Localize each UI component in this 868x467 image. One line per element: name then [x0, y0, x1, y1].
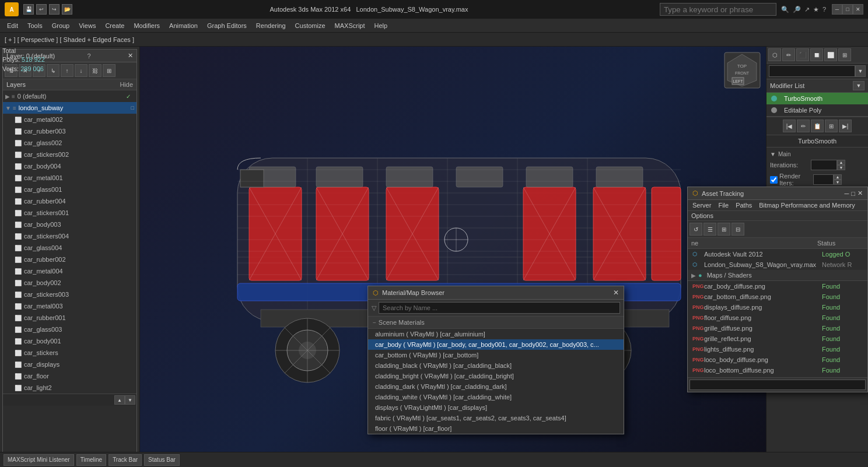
- modifier-list-dropdown[interactable]: ▼: [853, 81, 864, 90]
- mod-btn-6[interactable]: ⊞: [838, 48, 851, 61]
- asset-menu-server[interactable]: Server: [690, 201, 713, 209]
- mod-nav-3[interactable]: 📋: [811, 120, 824, 132]
- mat-item[interactable]: fabric ( VRayMtl ) [car_seats1, car_seat…: [368, 413, 624, 423]
- asset-menu-options[interactable]: Options: [691, 212, 713, 219]
- mod-btn-1[interactable]: ⬡: [768, 48, 781, 61]
- mod-nav-2[interactable]: ✏: [797, 120, 810, 132]
- asset-item[interactable]: PNGlights_diffuse.pngFound: [688, 344, 867, 354]
- layer-item[interactable]: ⬜car_rubber002: [3, 254, 136, 265]
- asset-path-input[interactable]: [690, 380, 866, 390]
- asset-item[interactable]: PNGfloor_diffuse.pngFound: [688, 312, 867, 323]
- menu-tools[interactable]: Tools: [23, 21, 47, 30]
- render-iters-input[interactable]: 2: [813, 174, 834, 185]
- asset-item[interactable]: PNGloco_bottom_diffuse.pngFound: [688, 365, 867, 375]
- layers-scroll-down[interactable]: ▼: [125, 395, 135, 405]
- menu-group[interactable]: Group: [47, 21, 75, 30]
- quick-access-toolbar[interactable]: 💾 ↩ ↪ 📂: [23, 4, 72, 15]
- asset-toolbar-3[interactable]: ⊞: [718, 223, 730, 236]
- menu-modifiers[interactable]: Modifiers: [129, 21, 164, 30]
- layer-toolbar-btn-down[interactable]: ↓: [75, 64, 88, 77]
- layer-item[interactable]: ⬜car_stickers003: [3, 289, 136, 300]
- layers-hide[interactable]: Hide: [120, 81, 133, 88]
- asset-window-controls[interactable]: ─ □ ✕: [845, 189, 863, 197]
- object-name-input[interactable]: car_body: [769, 65, 855, 77]
- asset-close[interactable]: ✕: [858, 189, 863, 197]
- window-controls[interactable]: ─ □ ✕: [832, 4, 863, 15]
- mat-item[interactable]: cladding_dark ( VRayMtl ) [car_cladding_…: [368, 381, 624, 392]
- render-iters-checkbox[interactable]: [770, 176, 778, 184]
- mod-nav-5[interactable]: ▶|: [839, 120, 852, 132]
- open-btn[interactable]: 📂: [62, 4, 72, 15]
- modifier-list-drop[interactable]: ▼: [855, 65, 866, 77]
- layer-item[interactable]: ⬜car_stickers002: [3, 149, 136, 160]
- asset-menu-bitmap[interactable]: Bitmap Performance and Memory: [757, 201, 857, 209]
- asset-group-item[interactable]: ⬡Autodesk Vault 2012Logged O: [688, 249, 867, 259]
- layer-item[interactable]: ⬜car_body001: [3, 335, 136, 347]
- mat-item[interactable]: aluminium ( VRayMtl ) [car_aluminium]: [368, 329, 624, 339]
- redo-btn[interactable]: ↪: [49, 4, 60, 15]
- layer-item[interactable]: ⬜car_metal001: [3, 172, 136, 184]
- asset-list[interactable]: ⬡Autodesk Vault 2012Logged O⬡London_Subw…: [688, 249, 867, 377]
- search-icon[interactable]: 🔍: [781, 6, 789, 13]
- asset-item[interactable]: PNGloco_body_diffuse.pngFound: [688, 354, 867, 365]
- save-btn[interactable]: 💾: [23, 4, 34, 15]
- mod-btn-5[interactable]: ⬜: [824, 48, 837, 61]
- layer-item[interactable]: ⬜car_stickers001: [3, 207, 136, 219]
- modifier-editable-poly[interactable]: Editable Poly: [766, 104, 868, 116]
- layer-item[interactable]: ⬜car_glass003: [3, 324, 136, 335]
- iterations-down[interactable]: ▼: [837, 165, 845, 170]
- status-bar-btn[interactable]: Status Bar: [144, 454, 180, 466]
- iterations-up[interactable]: ▲: [837, 160, 845, 165]
- mat-collapse-icon[interactable]: −: [373, 319, 376, 326]
- asset-item[interactable]: PNGcar_body_diffuse.pngFound: [688, 281, 867, 292]
- modifier-turbosmooh[interactable]: TurboSmooth: [766, 93, 868, 104]
- asset-item[interactable]: PNGgrille_reflect.pngFound: [688, 333, 867, 344]
- mat-item[interactable]: car_bottom ( VRayMtl ) [car_bottom]: [368, 350, 624, 360]
- layer-item[interactable]: ⬜car_displays: [3, 359, 136, 370]
- asset-item[interactable]: PNGgrille_diffuse.pngFound: [688, 323, 867, 333]
- layer-toolbar-btn-select[interactable]: ↳: [47, 64, 60, 77]
- menu-animation[interactable]: Animation: [164, 21, 202, 30]
- layer-item[interactable]: ⬜car_rubber001: [3, 312, 136, 324]
- layers-list[interactable]: ▶≡0 (default)✓▼≡london_subway□⬜car_metal…: [3, 90, 136, 394]
- layer-item[interactable]: ⬜car_stickers: [3, 347, 136, 359]
- layer-item[interactable]: ▶≡0 (default)✓: [3, 90, 136, 102]
- layer-toolbar-btn-link[interactable]: ⛓: [89, 64, 102, 77]
- layer-item[interactable]: ⬜car_glass001: [3, 184, 136, 195]
- layer-item[interactable]: ⬜car_metal003: [3, 300, 136, 312]
- layer-panel-help[interactable]: ?: [88, 52, 91, 59]
- mat-search-input[interactable]: [379, 302, 620, 314]
- layer-item[interactable]: ⬜car_stickers004: [3, 230, 136, 242]
- layer-item[interactable]: ⬜car_rubber004: [3, 195, 136, 207]
- mod-nav-4[interactable]: ⊞: [825, 120, 838, 132]
- layer-item[interactable]: ⬜car_floor: [3, 370, 136, 382]
- mat-item[interactable]: cladding_white ( VRayMtl ) [car_cladding…: [368, 392, 624, 402]
- layer-item[interactable]: ⬜car_metal004: [3, 265, 136, 277]
- menu-help[interactable]: Help: [370, 21, 393, 30]
- maxscript-listener-btn[interactable]: MAXScript Mini Listener: [4, 454, 74, 466]
- asset-toolbar-2[interactable]: ☰: [704, 223, 716, 236]
- menu-create[interactable]: Create: [100, 21, 129, 30]
- asset-menu-file[interactable]: File: [716, 201, 731, 209]
- menu-edit[interactable]: Edit: [2, 21, 23, 30]
- help-icon[interactable]: ?: [822, 6, 826, 13]
- asset-menu-paths[interactable]: Paths: [733, 201, 754, 209]
- search-input[interactable]: [660, 3, 776, 16]
- asset-maximize[interactable]: □: [851, 189, 855, 197]
- asset-toolbar-1[interactable]: ↺: [690, 223, 702, 236]
- layer-item[interactable]: ▼≡london_subway□: [3, 102, 136, 114]
- menu-customize[interactable]: Customize: [290, 21, 330, 30]
- nav-cube[interactable]: TOP FRONT LEFT: [723, 51, 761, 90]
- layer-toolbar-btn-merge[interactable]: ⊞: [103, 64, 116, 77]
- track-bar-btn[interactable]: Track Bar: [108, 454, 142, 466]
- mat-item[interactable]: cladding_black ( VRayMtl ) [car_cladding…: [368, 360, 624, 371]
- layer-item[interactable]: ⬜car_glass004: [3, 242, 136, 254]
- mat-list[interactable]: aluminium ( VRayMtl ) [car_aluminium]car…: [368, 329, 624, 434]
- mod-btn-2[interactable]: ✏: [782, 48, 795, 61]
- undo-btn[interactable]: ↩: [36, 4, 47, 15]
- layer-item[interactable]: ⬜car_body002: [3, 277, 136, 289]
- bookmark-icon[interactable]: ★: [813, 6, 819, 13]
- close-button[interactable]: ✕: [853, 4, 863, 15]
- minimize-button[interactable]: ─: [832, 4, 842, 15]
- mat-item[interactable]: floor ( VRayMtl ) [car_floor]: [368, 423, 624, 434]
